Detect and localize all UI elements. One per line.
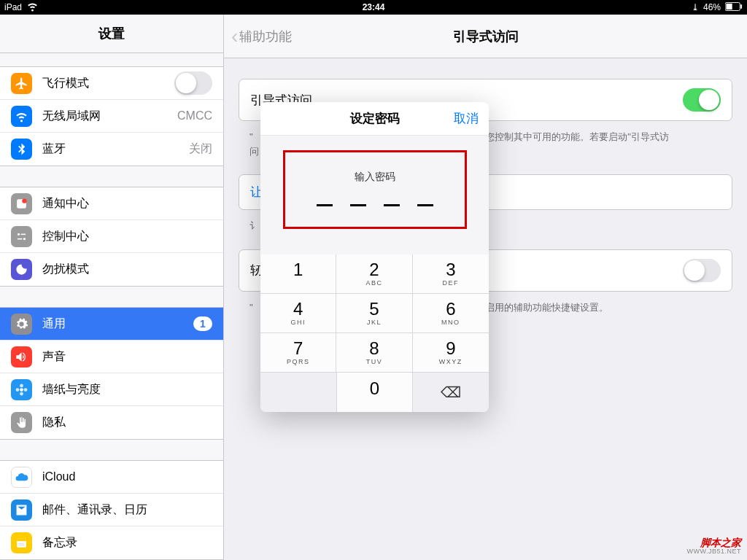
keypad-0[interactable]: 0	[336, 373, 412, 412]
guided-access-toggle[interactable]	[683, 88, 721, 112]
status-bar: iPad 23:44 ⤓ 46%	[0, 0, 747, 15]
gear-icon	[11, 314, 32, 335]
svg-point-4	[22, 198, 26, 203]
sidebar-item-notifications[interactable]: 通知中心	[0, 187, 223, 220]
sidebar-item-general[interactable]: 通用1	[0, 308, 223, 341]
svg-rect-8	[18, 238, 22, 239]
svg-point-7	[23, 238, 26, 240]
svg-point-5	[18, 233, 20, 235]
svg-point-11	[20, 392, 23, 395]
sidebar-item-wifi[interactable]: 无线局域网CMCC	[0, 100, 223, 133]
cloud-icon	[11, 467, 32, 488]
mail-icon	[11, 499, 32, 521]
svg-rect-15	[17, 538, 26, 541]
sidebar-item-privacy[interactable]: 隐私	[0, 406, 223, 439]
keypad-4[interactable]: 4GHI	[260, 294, 336, 333]
keypad-8[interactable]: 8TUV	[336, 333, 412, 373]
sidebar-item-label: 隐私	[42, 415, 212, 430]
keypad-blank	[260, 373, 336, 412]
sidebar-item-label: 通知中心	[42, 196, 212, 211]
svg-point-13	[24, 388, 28, 392]
keypad-9[interactable]: 9WXYZ	[413, 333, 489, 373]
sidebar-item-label: 墙纸与亮度	[42, 382, 212, 397]
passcode-dashes	[317, 204, 433, 206]
keypad-1[interactable]: 1	[260, 254, 336, 294]
sidebar-item-mail[interactable]: 邮件、通讯录、日历	[0, 494, 223, 526]
clock: 23:44	[363, 2, 385, 12]
svg-point-12	[16, 388, 20, 392]
sidebar-item-label: 飞行模式	[42, 76, 164, 91]
svg-rect-2	[740, 4, 742, 9]
sidebar-item-label: iCloud	[42, 470, 212, 483]
keypad-7[interactable]: 7PQRS	[260, 333, 336, 373]
wifi-icon	[26, 0, 39, 15]
notes-icon	[11, 532, 32, 553]
svg-point-9	[20, 388, 23, 392]
battery-icon	[725, 2, 743, 13]
sidebar-item-wallpaper[interactable]: 墙纸与亮度	[0, 373, 223, 406]
keypad-6[interactable]: 6MNO	[413, 294, 489, 333]
plane-icon	[11, 73, 32, 94]
sidebar-item-icloud[interactable]: iCloud	[0, 461, 223, 494]
modal-header: 设定密码 取消	[260, 102, 489, 136]
sidebar-item-bluetooth[interactable]: 蓝牙关闭	[0, 133, 223, 166]
modal-cancel-button[interactable]: 取消	[454, 110, 479, 127]
sidebar-item-label: 通用	[42, 316, 183, 332]
back-label: 辅助功能	[239, 28, 292, 45]
ctrl-icon	[11, 226, 32, 247]
sidebar-item-label: 蓝牙	[42, 141, 179, 157]
bt-icon	[11, 139, 32, 160]
settings-sidebar: 设置 飞行模式无线局域网CMCC蓝牙关闭通知中心控制中心勿扰模式通用1声音墙纸与…	[0, 15, 224, 560]
sidebar-item-notes[interactable]: 备忘录	[0, 526, 223, 559]
svg-point-10	[20, 384, 23, 387]
sidebar-item-label: 邮件、通讯录、日历	[42, 502, 212, 518]
modal-title: 设定密码	[350, 110, 400, 127]
hand-icon	[11, 412, 32, 433]
watermark: 脚本之家 WWW.JB51.NET	[686, 537, 741, 556]
wifi-icon	[11, 106, 32, 127]
svg-rect-1	[726, 3, 732, 9]
passcode-prompt: 输入密码	[355, 171, 395, 184]
sidebar-item-label: 勿扰模式	[42, 262, 212, 277]
numeric-keypad: 1 2ABC3DEF4GHI5JKL6MNO7PQRS8TUV9WXYZ0 ⌫	[260, 254, 489, 412]
detail-title: 引导式访问	[453, 28, 519, 45]
airplane-toggle[interactable]	[174, 71, 212, 95]
keypad-2[interactable]: 2ABC	[336, 254, 412, 294]
passcode-modal: 设定密码 取消 输入密码 1 2ABC3DEF4GHI5JKL6MNO7PQRS…	[260, 102, 489, 412]
row3-toggle[interactable]	[683, 259, 721, 282]
sidebar-item-airplane[interactable]: 飞行模式	[0, 67, 223, 100]
sidebar-item-label: 控制中心	[42, 229, 212, 244]
keypad-5[interactable]: 5JKL	[336, 294, 412, 333]
device-name: iPad	[4, 2, 22, 12]
backspace-icon: ⌫	[441, 384, 461, 401]
detail-navbar: ‹ 辅助功能 引导式访问	[224, 15, 747, 58]
svg-rect-6	[21, 233, 26, 235]
battery-percent: 46%	[703, 2, 721, 12]
sidebar-item-dnd[interactable]: 勿扰模式	[0, 253, 223, 286]
flower-icon	[11, 379, 32, 400]
keypad-3[interactable]: 3DEF	[413, 254, 489, 294]
sidebar-item-label: 无线局域网	[42, 109, 167, 124]
moon-icon	[11, 259, 32, 280]
lock-icon: ⤓	[692, 2, 699, 12]
chevron-left-icon: ‹	[231, 26, 238, 47]
speaker-icon	[11, 346, 32, 368]
sidebar-item-label: 声音	[42, 349, 212, 365]
back-button[interactable]: ‹ 辅助功能	[231, 26, 292, 47]
sidebar-item-sounds[interactable]: 声音	[0, 341, 223, 373]
sidebar-title: 设置	[0, 15, 223, 53]
sidebar-item-label: 备忘录	[42, 535, 212, 551]
passcode-highlight-box: 输入密码	[283, 150, 467, 229]
badge: 1	[193, 316, 212, 331]
keypad-delete[interactable]: ⌫	[413, 373, 489, 412]
notif-icon	[11, 193, 32, 214]
sidebar-item-control[interactable]: 控制中心	[0, 220, 223, 253]
